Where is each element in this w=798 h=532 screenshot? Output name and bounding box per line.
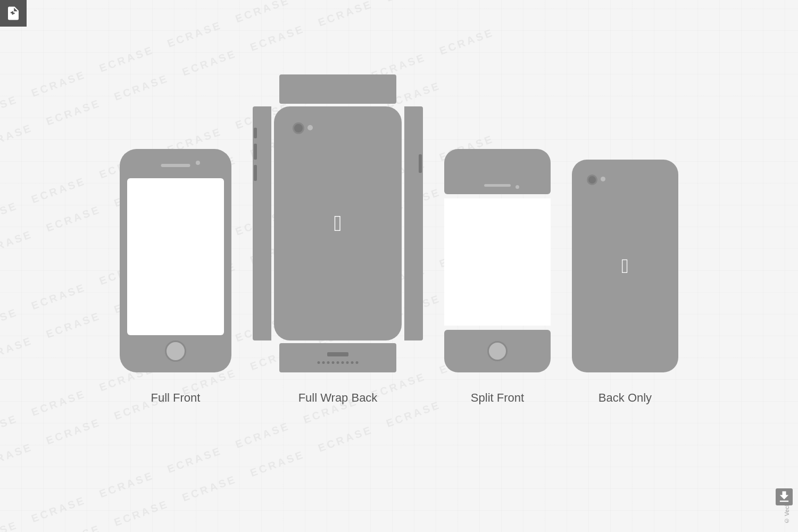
split-top-piece: [444, 149, 551, 194]
phone-mute-button: [254, 128, 257, 138]
phone-side-bottom: [279, 343, 396, 372]
split-speaker: [484, 184, 511, 187]
phone-back-only-silhouette: : [572, 160, 678, 372]
phone-power-button: [419, 154, 422, 173]
apple-logo: : [334, 212, 342, 235]
phone-back-camera: [293, 122, 304, 134]
phone-item-full-front: Full Front: [120, 149, 231, 405]
download-icon: [777, 489, 792, 504]
phone-side-top: [279, 74, 396, 104]
phone-label-back-only: Back Only: [598, 391, 652, 405]
phone-side-right: [404, 106, 423, 340]
back-only-flash: [601, 177, 605, 181]
phone-side-left: [253, 106, 271, 340]
split-camera: [516, 185, 519, 189]
phone-speaker-dots: [318, 361, 359, 364]
back-only-apple-logo: : [621, 256, 629, 276]
phone-front-camera: [196, 161, 200, 165]
phone-item-split-front: Split Front: [444, 149, 551, 405]
phone-item-back-only:  Back Only: [572, 160, 678, 405]
file-upload-icon-button[interactable]: [0, 0, 27, 27]
download-button[interactable]: [776, 488, 793, 505]
phone-item-full-wrap:  Full Wrap Back: [253, 74, 423, 405]
file-upload-icon: [5, 5, 21, 21]
phone-label-full-front: Full Front: [151, 391, 201, 405]
split-bottom-piece: [444, 330, 551, 372]
phone-split-front-silhouette: [444, 149, 551, 372]
main-content: Full Front : [0, 0, 798, 532]
phone-back-flash: [307, 125, 313, 130]
phone-volume-down-button: [254, 165, 257, 181]
phone-full-front-silhouette: [120, 149, 231, 372]
split-middle-piece: [444, 198, 551, 326]
phone-home-button: [165, 340, 186, 362]
phones-container: Full Front : [120, 74, 678, 458]
phone-full-wrap-silhouette: : [253, 74, 423, 372]
phone-label-full-wrap: Full Wrap Back: [298, 391, 378, 405]
phone-speaker: [161, 164, 190, 167]
back-only-camera: [587, 174, 597, 185]
phone-volume-up-button: [254, 144, 257, 160]
split-home-button: [487, 341, 508, 361]
phone-label-split-front: Split Front: [471, 391, 524, 405]
phone-screen: [127, 178, 224, 335]
phone-back-body: : [274, 106, 402, 340]
phone-connector: [327, 352, 348, 356]
